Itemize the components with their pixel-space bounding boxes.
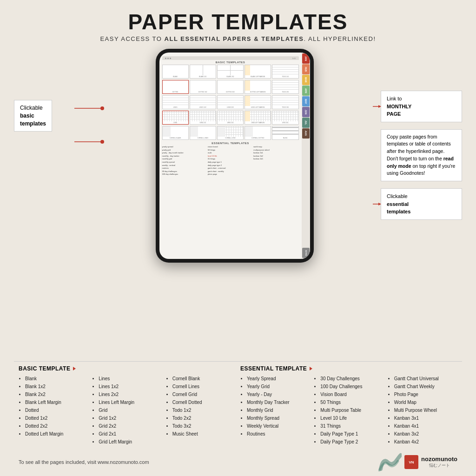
logo-sub: 悩むノート [421,463,457,469]
template-grid[interactable]: GRID [162,111,189,125]
template-cornell-grid[interactable]: CORNELL GRID [217,126,244,140]
clickable-label: Clickable [20,105,43,111]
list-item: Monthly Grid [247,406,310,414]
template-lines-1x2[interactable]: LINES 1X2 [190,95,216,109]
template-cornell-blank[interactable]: CORNELL BLANK [162,126,189,140]
sidebar-tab-feb[interactable]: FEB [302,64,310,74]
list-item: 100 Day Challenges [320,383,383,390]
template-grid-2x1[interactable]: GRID 2X1 [272,111,298,125]
logo-name: nozomunoto [421,456,457,463]
template-todo-1x2[interactable]: TODO 1X2 [272,65,298,79]
tablet-sidebar: JAN FEB MAR APR MAY JUN JUL AUG NOTES [302,53,310,259]
list-item: Vision Board [320,390,383,398]
list-item: World Map [394,398,457,406]
deco-wave-svg [378,453,402,471]
essential-col-3: world map multipurpose wheel kanban 3x1 … [253,145,298,176]
list-item: Blank Left Margin [25,398,88,406]
template-blank-1x2[interactable]: BLANK 1X2 [190,65,216,79]
right-box-monthly: Link to MONTHLYPAGE [381,91,462,122]
template-todo-2x2[interactable]: TODO 2X2 [272,80,298,94]
top-dot-1 [165,58,166,59]
template-blank[interactable]: BLANK [162,65,189,79]
list-item: Gantt Chart Universal [394,375,457,383]
list-item: Kanban 3x1 [394,414,457,422]
template-blank-2x2[interactable]: BLANK 2X2 [217,65,244,79]
list-item: Blank 1x2 [25,383,88,390]
list-item: Weekly Vertical [247,422,310,430]
list-item: Kanban 4x2 [394,438,457,446]
list-item: Cornell Grid [172,390,236,398]
template-grid-left-margin[interactable]: GRID LEFT MARGIN [245,111,271,125]
essential-col-list-3: Gantt Chart Universal Gantt Chart Weekly… [388,375,457,446]
template-blank-left-margin[interactable]: BLANK LEFT MARGIN [245,65,271,79]
template-dotted[interactable]: DOTTED [162,80,189,94]
list-item: Dotted Left Margin [25,430,88,438]
sidebar-tab-notes[interactable]: NOTES [302,248,310,258]
list-item: Photo Page [394,390,457,398]
list-item: Cornell Lines [172,383,236,390]
list-item: Multi Purpose Table [320,406,383,414]
right-arrow-3 [373,202,381,206]
logo-box: VN [404,455,418,469]
tablet-inner: 9:41 BASIC TEMPLATES BLANK [159,53,310,259]
logo-text-area: nozomunoto 悩むノート [421,456,457,469]
list-item: Yearly Spread [247,375,310,383]
essential-template-list-section: ESSENTIAL TEMPLATE Yearly Spread Yearly … [240,365,457,446]
essential-col-list-2: 30 Day Challenges 100 Day Challenges Vis… [314,375,383,446]
list-item: 50 Things [320,398,383,406]
page-wrapper: PAPER TEMPLATES EASY ACCESS TO ALL ESSEN… [0,0,476,476]
basic-col-1: Blank Blank 1x2 Blank 2x2 Blank Left Mar… [19,375,88,446]
list-item: Daily Page Type 1 [320,430,383,438]
subtitle: EASY ACCESS TO ALL ESSENTIAL PAPERS & TE… [100,35,376,42]
list-item: Todo 2x2 [172,414,236,422]
sidebar-tab-aug[interactable]: AUG [302,128,310,139]
right-box-essential: Clickable essentialtemplates [381,188,462,220]
template-lines-2x2[interactable]: LINES 2X2 [217,95,244,109]
list-item: Level 10 Life [320,414,383,422]
basic-col-2: Lines Lines 1x2 Lines 2x2 Lines Left Mar… [92,375,162,446]
sidebar-tab-apr[interactable]: APR [302,86,310,96]
template-grid-1x2[interactable]: GRID 1X2 [190,111,216,125]
svg-marker-7 [378,203,381,205]
list-item: Yearly - Day [247,390,310,398]
list-item: 30 Day Challenges [320,375,383,383]
list-item: Monthly Spread [247,414,310,422]
template-lines-left-margin[interactable]: LINES LEFT MARGIN [245,95,271,109]
essential-col-2: vision board 50 things multi level 10 li… [208,145,253,176]
monthly-page-label: MONTHLYPAGE [387,104,411,117]
essential-templates-label: essentialtemplates [387,201,410,215]
template-music[interactable]: MUSIC [272,126,298,140]
right-annotation-area: Link to MONTHLYPAGE Copy paste pages fro… [381,49,462,357]
sidebar-tab-mar[interactable]: MAR [302,75,310,85]
list-item: Lines 1x2 [99,383,162,390]
essential-templates-section: ESSENTIAL TEMPLATES yearly spread yearly… [162,142,299,176]
list-item: Lines Left Margin [99,398,162,406]
template-cornell-dotted[interactable]: CORNELL DOTTED [245,126,271,140]
template-dotted-1x2[interactable]: DOTTED 1X2 [190,80,216,94]
tablet-container: 9:41 BASIC TEMPLATES BLANK [88,49,381,357]
template-lines[interactable]: LINES [162,95,189,109]
template-cornell-lines[interactable]: CORNELL LINES [190,126,216,140]
template-dotted-left-margin[interactable]: DOTTED LEFT MARGIN [245,80,271,94]
essential-template-header: ESSENTIAL TEMPLATE [240,365,457,372]
tablet-screen: 9:41 BASIC TEMPLATES BLANK [159,53,310,259]
list-item: Multi Purpose Wheel [394,406,457,414]
top-bar-dots [165,58,171,59]
template-todo-3x2[interactable]: TODO 3X2 [272,95,298,109]
list-item: Grid 2x2 [99,422,162,430]
right-arrow-1 [373,104,381,109]
essential-col-1: yearly spread yearly grid yearly - day m… [162,145,207,176]
sidebar-tab-jun[interactable]: JUN [302,107,310,117]
sidebar-tab-may[interactable]: MAY [302,96,310,106]
sidebar-tab-jul[interactable]: JUL [302,118,310,128]
list-item: Daily Page Type 2 [320,438,383,446]
tablet: 9:41 BASIC TEMPLATES BLANK [156,49,314,263]
list-item: Todo 3x2 [172,422,236,430]
arrow-svg-3 [373,202,381,206]
template-grid-2x2[interactable]: GRID 2X2 [217,111,244,125]
template-dotted-2x2[interactable]: DOTTED 2X2 [217,80,244,94]
list-item: Blank 2x2 [25,390,88,398]
list-item: Grid 1x2 [99,414,162,422]
essential-section-title: ESSENTIAL TEMPLATES [162,142,299,145]
sidebar-tab-jan[interactable]: JAN [302,53,310,64]
